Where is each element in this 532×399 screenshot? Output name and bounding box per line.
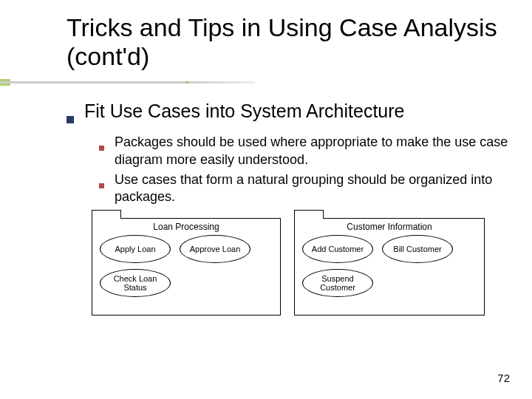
- usecase-ellipse: Suspend Customer: [302, 269, 373, 297]
- package-title: Customer Information: [295, 222, 484, 232]
- package-customer-information: Customer Information Add Customer Bill C…: [294, 218, 485, 316]
- page-number: 72: [497, 372, 510, 384]
- usecase-ellipse: Check Loan Status: [100, 269, 171, 297]
- bullet-square-icon: [99, 183, 104, 188]
- uml-diagrams: Loan Processing Apply Loan Approve Loan …: [92, 218, 511, 316]
- bullet-square-icon: [66, 116, 74, 123]
- usecase-ellipse: Add Customer: [302, 235, 373, 263]
- bullet-level2: Packages should be used where appropriat…: [99, 134, 511, 168]
- package-tab-icon: [92, 210, 121, 219]
- slide-body: Fit Use Cases into System Architecture P…: [66, 100, 511, 316]
- package-loan-processing: Loan Processing Apply Loan Approve Loan …: [92, 218, 281, 316]
- package-tab-icon: [294, 210, 324, 219]
- usecase-ellipse: Bill Customer: [382, 235, 453, 263]
- bullet-square-icon: [99, 146, 104, 151]
- package-title: Loan Processing: [92, 222, 280, 232]
- usecase-ellipse: Apply Loan: [100, 235, 171, 263]
- title-underline: [0, 81, 188, 83]
- bullet-text: Packages should be used where appropriat…: [115, 134, 511, 168]
- bullet-level1: Fit Use Cases into System Architecture: [66, 100, 511, 122]
- slide-title: Tricks and Tips in Using Case Analysis (…: [66, 13, 511, 71]
- usecase-ellipse: Approve Loan: [180, 235, 250, 263]
- bullet-text: Use cases that form a natural grouping s…: [115, 171, 511, 206]
- bullet-level2: Use cases that form a natural grouping s…: [99, 171, 511, 206]
- heading-text: Fit Use Cases into System Architecture: [84, 100, 404, 122]
